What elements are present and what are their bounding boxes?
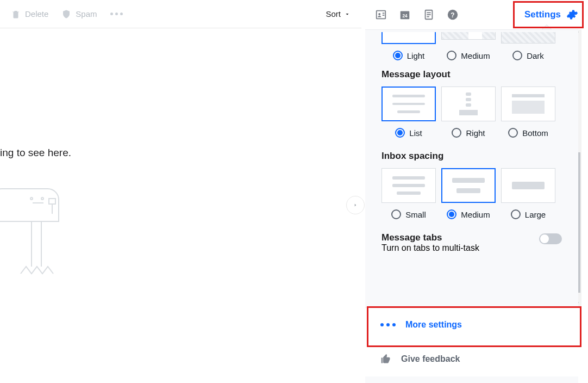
more-settings-label: More settings	[405, 320, 462, 330]
spam-button[interactable]: Spam	[61, 9, 97, 19]
message-tabs-section: Message tabs Turn on tabs to multi-task	[365, 224, 578, 264]
spacing-label: Small	[405, 210, 426, 219]
give-feedback-button[interactable]: Give feedback	[365, 342, 578, 376]
mailbox-illustration	[0, 188, 71, 280]
layout-label: List	[409, 128, 422, 138]
settings-label: Settings	[524, 9, 561, 20]
section-title: Message tabs	[381, 232, 562, 243]
layout-preview-bottom[interactable]	[501, 87, 555, 121]
chevron-right-icon	[353, 202, 358, 208]
radio-icon	[395, 128, 405, 138]
spam-label: Spam	[76, 9, 97, 18]
settings-button[interactable]: Settings	[524, 9, 578, 21]
trash-icon	[11, 9, 21, 19]
right-panel-header: 24 ? Settings	[365, 0, 588, 29]
spacing-label: Medium	[461, 210, 490, 219]
settings-footer: More settings Give feedback	[365, 307, 578, 376]
ellipsis-icon	[110, 13, 123, 15]
layout-preview-right[interactable]	[441, 87, 496, 121]
layout-option-list[interactable]: List	[381, 128, 436, 138]
layout-label: Bottom	[522, 128, 548, 138]
radio-icon	[447, 209, 456, 219]
sort-label: Sort	[326, 9, 341, 18]
layout-preview-list[interactable]	[381, 87, 436, 121]
radio-icon	[512, 51, 522, 60]
layout-option-bottom[interactable]: Bottom	[501, 128, 555, 138]
spacing-preview-medium[interactable]	[441, 168, 496, 203]
spacing-preview-large[interactable]	[501, 168, 555, 203]
ellipsis-icon	[380, 323, 396, 326]
more-settings-button[interactable]: More settings	[365, 308, 578, 342]
chevron-down-icon	[344, 11, 351, 17]
expand-button[interactable]	[346, 196, 365, 214]
help-icon[interactable]: ?	[447, 9, 459, 21]
contacts-icon[interactable]	[375, 9, 387, 21]
section-title: Inbox spacing	[381, 151, 562, 162]
svg-point-8	[378, 13, 380, 15]
delete-label: Delete	[25, 9, 48, 18]
layout-label: Right	[466, 128, 485, 138]
section-title: Message layout	[381, 69, 562, 80]
theme-option-light[interactable]: Light	[381, 51, 436, 60]
spacing-label: Large	[525, 210, 546, 219]
empty-state-text: ing to see here.	[0, 147, 71, 159]
theme-previews	[381, 32, 562, 44]
theme-label: Dark	[527, 51, 544, 60]
svg-rect-3	[49, 199, 55, 204]
section-subtitle: Turn on tabs to multi-task	[381, 243, 562, 253]
feedback-label: Give feedback	[401, 354, 460, 364]
radio-icon	[447, 51, 456, 60]
mail-toolbar: Delete Spam Sort	[0, 0, 361, 28]
svg-point-2	[41, 197, 43, 200]
layout-option-right[interactable]: Right	[441, 128, 496, 138]
theme-radios: Light Medium Dark	[381, 51, 562, 60]
radio-icon	[452, 128, 461, 138]
spacing-preview-small[interactable]	[381, 168, 436, 203]
spacing-option-medium[interactable]: Medium	[441, 209, 496, 219]
theme-label: Medium	[461, 51, 490, 60]
sort-button[interactable]: Sort	[326, 9, 351, 18]
inbox-spacing-section: Inbox spacing Small Medium Large	[365, 142, 578, 224]
message-tabs-toggle[interactable]	[539, 233, 562, 244]
theme-label: Light	[407, 51, 425, 60]
svg-point-1	[30, 197, 33, 200]
thumbs-up-icon	[380, 354, 391, 365]
radio-icon	[511, 209, 521, 219]
spacing-option-large[interactable]: Large	[501, 209, 555, 219]
theme-preview-dark[interactable]	[501, 32, 555, 44]
gear-icon	[566, 9, 578, 21]
theme-option-dark[interactable]: Dark	[501, 51, 555, 60]
message-layout-section: Message layout List Right Bottom	[365, 60, 578, 142]
spacing-option-small[interactable]: Small	[381, 209, 436, 219]
more-actions-button[interactable]	[110, 13, 123, 15]
shield-x-icon	[61, 9, 71, 19]
theme-preview-medium[interactable]	[441, 32, 496, 40]
theme-preview-light[interactable]	[381, 32, 436, 44]
delete-button[interactable]: Delete	[11, 9, 48, 19]
calendar-icon[interactable]: 24	[399, 9, 411, 21]
svg-text:?: ?	[451, 11, 454, 19]
radio-icon	[393, 51, 403, 60]
radio-icon	[391, 209, 401, 219]
theme-option-medium[interactable]: Medium	[441, 51, 496, 60]
radio-icon	[508, 128, 518, 138]
notepad-icon[interactable]	[423, 9, 435, 21]
svg-text:24: 24	[402, 14, 408, 18]
